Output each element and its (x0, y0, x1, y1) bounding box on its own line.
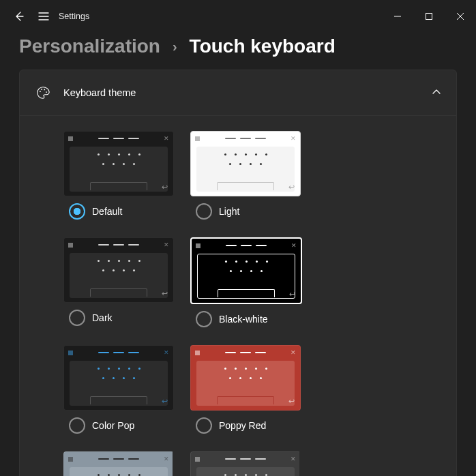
maximize-icon (426, 13, 432, 20)
theme-label: Default (92, 206, 122, 217)
breadcrumb-parent[interactable]: Personalization (19, 35, 160, 57)
minimize-button[interactable] (382, 5, 413, 27)
svg-point-4 (46, 91, 47, 93)
theme-option-color-pop[interactable]: ✕ ↩ Color Pop (63, 345, 173, 434)
theme-option-dark[interactable]: ✕ ↩ Dark (63, 237, 173, 327)
theme-label: Light (219, 206, 239, 217)
window-controls (382, 5, 476, 27)
back-button[interactable] (7, 0, 31, 33)
breadcrumb-current: Touch keyboard (190, 35, 336, 57)
radio-button[interactable] (196, 203, 212, 220)
svg-rect-0 (426, 14, 432, 20)
theme-option-black-white[interactable]: ✕ ↩ Black-white (190, 237, 299, 327)
theme-preview: ✕ ↩ (63, 237, 174, 303)
window-title: Settings (59, 12, 89, 21)
theme-option-light[interactable]: ✕ ↩ Light (190, 131, 299, 220)
theme-label: Poppy Red (219, 420, 266, 431)
breadcrumb: Personalization › Touch keyboard (0, 33, 476, 70)
back-arrow-icon (14, 11, 25, 22)
chevron-up-icon (432, 87, 441, 99)
close-button[interactable] (445, 5, 476, 27)
theme-preview: ✕ (63, 451, 173, 476)
theme-option-default[interactable]: ✕ ↩ Default (63, 131, 173, 220)
card-title: Keyboard theme (63, 87, 419, 98)
theme-grid: ✕ ↩ Default ✕ ↩ Light (20, 116, 456, 476)
theme-preview: ✕ ↩ (63, 345, 174, 411)
maximize-button[interactable] (413, 5, 445, 27)
theme-option-poppy-red[interactable]: ✕ ↩ Poppy Red (190, 345, 299, 434)
chevron-right-icon: › (173, 39, 177, 55)
titlebar: Settings (0, 0, 476, 33)
theme-preview: ✕ ↩ (63, 131, 174, 196)
theme-label: Color Pop (92, 420, 134, 431)
nav-menu-button[interactable] (31, 0, 56, 33)
radio-button[interactable] (196, 417, 212, 434)
svg-point-3 (44, 89, 45, 91)
theme-label: Dark (92, 312, 113, 323)
svg-point-1 (40, 91, 41, 92)
theme-preview: ✕ ↩ (190, 345, 301, 411)
svg-point-2 (41, 89, 42, 90)
radio-button[interactable] (69, 203, 85, 220)
radio-button[interactable] (196, 311, 212, 327)
palette-icon (35, 85, 51, 101)
theme-preview: ✕ ↩ (190, 237, 302, 304)
card-header[interactable]: Keyboard theme (20, 70, 456, 116)
theme-preview: ✕ (190, 451, 299, 476)
hamburger-icon (38, 12, 49, 20)
theme-label: Black-white (219, 314, 268, 325)
close-icon (457, 13, 464, 20)
theme-option-partial[interactable]: ✕ (190, 451, 299, 476)
theme-option-partial[interactable]: ✕ (63, 451, 173, 476)
keyboard-theme-card: Keyboard theme ✕ ↩ Default ✕ (19, 70, 457, 476)
radio-button[interactable] (69, 310, 85, 326)
radio-button[interactable] (69, 417, 85, 434)
theme-preview: ✕ ↩ (190, 131, 301, 196)
minimize-icon (394, 13, 401, 20)
